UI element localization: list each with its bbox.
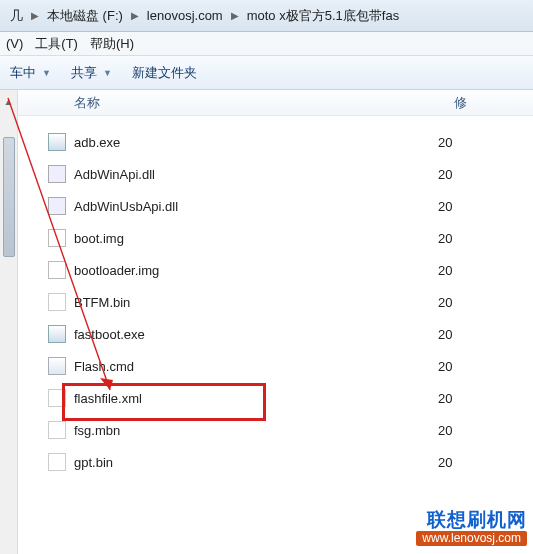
file-name: BTFM.bin (74, 295, 430, 310)
chevron-right-icon: ▶ (129, 10, 141, 21)
file-name: adb.exe (74, 135, 430, 150)
file-row[interactable]: AdbWinUsbApi.dll20 (48, 190, 533, 222)
file-date: 20 (438, 359, 452, 374)
file-date: 20 (438, 391, 452, 406)
chevron-down-icon: ▼ (103, 68, 112, 78)
nav-scrollbar[interactable]: ▲ (0, 90, 18, 554)
scroll-thumb[interactable] (3, 137, 15, 257)
chevron-down-icon: ▼ (42, 68, 51, 78)
file-date: 20 (438, 263, 452, 278)
file-name: flashfile.xml (74, 391, 430, 406)
toolbar-label: 共享 (71, 64, 97, 82)
file-name: AdbWinUsbApi.dll (74, 199, 430, 214)
bin-file-icon (48, 421, 66, 439)
breadcrumb[interactable]: 几 (4, 0, 29, 31)
file-date: 20 (438, 327, 452, 342)
file-name: fsg.mbn (74, 423, 430, 438)
breadcrumb[interactable]: lenovosj.com (141, 0, 229, 31)
file-date: 20 (438, 295, 452, 310)
file-date: 20 (438, 135, 452, 150)
column-headers: 名称 修 (18, 90, 533, 116)
chevron-right-icon: ▶ (229, 10, 241, 21)
column-name-header[interactable]: 名称 (74, 94, 454, 112)
file-name: Flash.cmd (74, 359, 430, 374)
menu-view[interactable]: (V) (6, 36, 23, 51)
breadcrumb[interactable]: 本地磁盘 (F:) (41, 0, 129, 31)
file-name: AdbWinApi.dll (74, 167, 430, 182)
file-row[interactable]: fastboot.exe20 (48, 318, 533, 350)
file-list: adb.exe20AdbWinApi.dll20AdbWinUsbApi.dll… (18, 116, 533, 478)
file-date: 20 (438, 167, 452, 182)
breadcrumb[interactable]: moto x极官方5.1底包带fas (241, 0, 405, 31)
file-row[interactable]: bootloader.img20 (48, 254, 533, 286)
file-row[interactable]: adb.exe20 (48, 126, 533, 158)
xml-file-icon (48, 389, 66, 407)
file-row[interactable]: boot.img20 (48, 222, 533, 254)
address-bar[interactable]: 几 ▶ 本地磁盘 (F:) ▶ lenovosj.com ▶ moto x极官方… (0, 0, 533, 32)
dll-file-icon (48, 165, 66, 183)
file-name: boot.img (74, 231, 430, 246)
menu-help[interactable]: 帮助(H) (90, 35, 134, 53)
file-name: gpt.bin (74, 455, 430, 470)
img-file-icon (48, 229, 66, 247)
chevron-right-icon: ▶ (29, 10, 41, 21)
menu-bar: (V) 工具(T) 帮助(H) (0, 32, 533, 56)
file-name: fastboot.exe (74, 327, 430, 342)
file-row[interactable]: flashfile.xml20 (48, 382, 533, 414)
file-row[interactable]: fsg.mbn20 (48, 414, 533, 446)
file-row[interactable]: Flash.cmd20 (48, 350, 533, 382)
file-date: 20 (438, 455, 452, 470)
include-in-library-button[interactable]: 车中 ▼ (10, 64, 51, 82)
exe-file-icon (48, 325, 66, 343)
toolbar-label: 车中 (10, 64, 36, 82)
img-file-icon (48, 261, 66, 279)
share-button[interactable]: 共享 ▼ (71, 64, 112, 82)
file-row[interactable]: BTFM.bin20 (48, 286, 533, 318)
menu-tools[interactable]: 工具(T) (35, 35, 78, 53)
bin-file-icon (48, 453, 66, 471)
exe-file-icon (48, 133, 66, 151)
dll-file-icon (48, 197, 66, 215)
toolbar-label: 新建文件夹 (132, 64, 197, 82)
new-folder-button[interactable]: 新建文件夹 (132, 64, 197, 82)
toolbar: 车中 ▼ 共享 ▼ 新建文件夹 (0, 56, 533, 90)
file-name: bootloader.img (74, 263, 430, 278)
file-row[interactable]: AdbWinApi.dll20 (48, 158, 533, 190)
file-date: 20 (438, 423, 452, 438)
bin-file-icon (48, 293, 66, 311)
cmd-file-icon (48, 357, 66, 375)
file-date: 20 (438, 199, 452, 214)
file-date: 20 (438, 231, 452, 246)
file-row[interactable]: gpt.bin20 (48, 446, 533, 478)
scroll-up-icon: ▲ (4, 96, 14, 107)
column-date-header[interactable]: 修 (454, 94, 467, 112)
